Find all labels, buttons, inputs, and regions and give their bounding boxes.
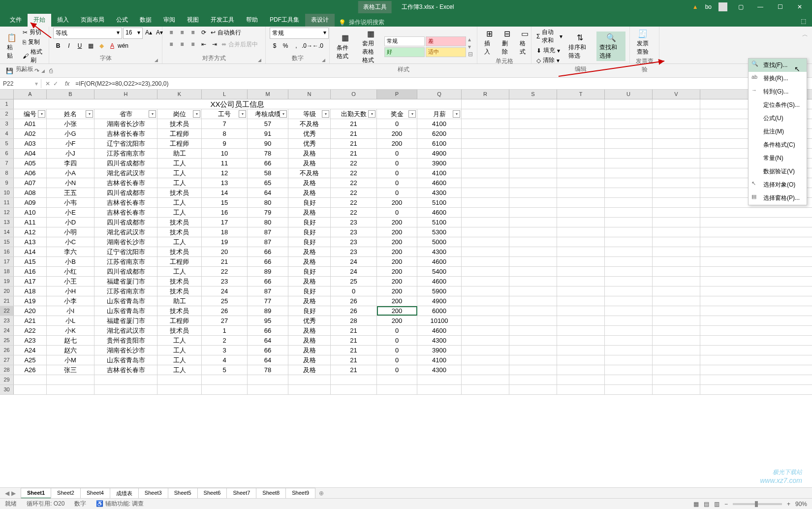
cell[interactable]: 21 (331, 346, 377, 355)
cell[interactable]: 奖金▾ (377, 109, 417, 119)
cell[interactable] (605, 296, 653, 306)
cell[interactable] (653, 129, 700, 138)
cell[interactable]: 87 (248, 227, 288, 237)
formula-input[interactable]: =IF(OR(M22>=80,O22>=23),200,0) (72, 79, 797, 88)
cell[interactable] (462, 336, 509, 345)
percent-icon[interactable]: % (281, 41, 290, 51)
cell[interactable] (653, 188, 700, 197)
cell[interactable]: 21 (331, 129, 377, 138)
row-header[interactable]: 20 (0, 286, 14, 296)
cell[interactable]: 小E (47, 208, 94, 217)
cell[interactable]: 四川省成都市 (94, 218, 157, 227)
align-right-icon[interactable]: ≡ (188, 39, 198, 49)
cell[interactable]: 小明 (47, 227, 94, 237)
cell[interactable]: A17 (14, 277, 47, 286)
currency-icon[interactable]: $ (270, 41, 280, 51)
cell[interactable] (557, 316, 605, 325)
cell[interactable] (557, 159, 605, 168)
cell[interactable] (653, 336, 700, 345)
cell[interactable]: A22 (14, 326, 47, 335)
cell[interactable]: 技术员 (157, 218, 202, 227)
fill-button[interactable]: ⬇填充▾ (535, 46, 563, 55)
cell[interactable]: 及格 (288, 296, 331, 306)
cell[interactable] (94, 385, 157, 394)
tab-pdf[interactable]: PDF工具集 (264, 13, 305, 27)
cell[interactable] (653, 375, 700, 384)
cell[interactable]: 58 (248, 168, 288, 178)
cell[interactable]: 4600 (417, 326, 462, 335)
cell[interactable]: 技术员 (157, 326, 202, 335)
cell[interactable]: 66 (248, 159, 288, 168)
zoom-out-icon[interactable]: − (724, 501, 728, 508)
cell[interactable]: 良好 (288, 306, 331, 316)
zoom-slider[interactable] (733, 503, 782, 505)
row-header[interactable]: 11 (0, 198, 14, 207)
cell[interactable]: 小李 (47, 296, 94, 306)
cell[interactable]: 及格 (288, 277, 331, 286)
cell[interactable] (557, 247, 605, 256)
cell[interactable]: 贵州省贵阳市 (94, 336, 157, 345)
cell[interactable] (462, 149, 509, 158)
sheet-tab[interactable]: Sheet5 (168, 488, 198, 499)
cell[interactable]: 5 (202, 365, 248, 375)
cell[interactable]: 11 (202, 159, 248, 168)
cell[interactable]: 小王 (47, 277, 94, 286)
cell[interactable] (605, 198, 653, 207)
cell[interactable]: A24 (14, 346, 47, 355)
cell[interactable]: A01 (14, 119, 47, 128)
cell[interactable]: 技术员 (157, 227, 202, 237)
cell[interactable] (509, 188, 557, 197)
filter-icon[interactable]: ▾ (408, 110, 416, 118)
cell[interactable] (653, 99, 700, 109)
cell[interactable]: A26 (14, 365, 47, 375)
cell[interactable] (605, 247, 653, 256)
cell[interactable]: 吉林省长春市 (94, 198, 157, 207)
tab-view[interactable]: 视图 (181, 13, 205, 27)
cell[interactable]: 4900 (417, 149, 462, 158)
indent-increase-icon[interactable]: ⇥ (210, 39, 219, 49)
cell[interactable] (557, 218, 605, 227)
cell[interactable]: 200 (377, 267, 417, 276)
cell[interactable] (605, 306, 653, 316)
close-icon[interactable]: ✕ (793, 2, 806, 12)
cell[interactable]: 78 (248, 365, 288, 375)
cell-style-good[interactable]: 好 (384, 47, 425, 57)
cell[interactable] (605, 208, 653, 217)
cell[interactable]: 山东省青岛市 (94, 296, 157, 306)
cell[interactable] (462, 316, 509, 325)
cell[interactable] (557, 296, 605, 306)
tab-insert[interactable]: 插入 (51, 13, 75, 27)
tab-dev[interactable]: 开发工具 (205, 13, 240, 27)
cell[interactable]: 及格 (288, 247, 331, 256)
cell[interactable] (557, 227, 605, 237)
insert-cells-button[interactable]: ⊞插入 (481, 28, 497, 57)
row-header[interactable]: 12 (0, 208, 14, 217)
wrap-text-button[interactable]: ↩自动换行 (210, 28, 242, 37)
zoom-in-icon[interactable]: + (787, 501, 790, 508)
cell[interactable]: 李六 (47, 247, 94, 256)
format-painter-button[interactable]: 🖌格式刷 (22, 47, 45, 65)
cell[interactable]: 0 (377, 119, 417, 128)
cell[interactable]: A13 (14, 237, 47, 247)
cell[interactable] (202, 385, 248, 394)
cell[interactable]: 200 (377, 129, 417, 138)
cell[interactable] (605, 385, 653, 394)
cell[interactable]: A05 (14, 159, 47, 168)
cell[interactable]: 16 (202, 208, 248, 217)
cell[interactable] (653, 178, 700, 188)
cell[interactable]: 辽宁省沈阳市 (94, 139, 157, 148)
font-size-select[interactable]: 16▾ (123, 28, 143, 39)
cell[interactable] (557, 198, 605, 207)
cell[interactable]: 4300 (417, 247, 462, 256)
cell[interactable]: 4100 (417, 119, 462, 128)
cell[interactable]: 工人 (157, 208, 202, 217)
cell[interactable]: 湖南省长沙市 (94, 346, 157, 355)
cell[interactable] (509, 286, 557, 296)
sheet-nav-prev-icon[interactable]: ◀ (5, 490, 9, 497)
row-header[interactable]: 17 (0, 257, 14, 266)
cell[interactable] (509, 168, 557, 178)
row-header[interactable]: 2 (0, 109, 14, 119)
cell[interactable]: 3 (202, 346, 248, 355)
cell[interactable] (557, 109, 605, 119)
cell[interactable]: 17 (202, 218, 248, 227)
